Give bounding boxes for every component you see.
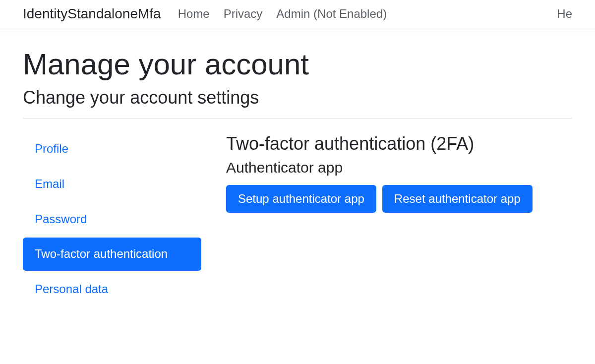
button-row: Setup authenticator app Reset authentica…: [226, 185, 572, 213]
sidebar-item-personal-data[interactable]: Personal data: [23, 273, 201, 306]
sidebar-item-email[interactable]: Email: [23, 168, 201, 201]
sidebar-item-label: Profile: [35, 142, 68, 155]
content-row: Profile Email Password Two-factor authen…: [23, 132, 572, 308]
brand[interactable]: IdentityStandaloneMfa: [23, 6, 161, 22]
page-container: Manage your account Change your account …: [0, 31, 595, 320]
section-title: Two-factor authentication (2FA): [226, 133, 572, 154]
nav-link-home[interactable]: Home: [178, 7, 210, 21]
section-subtitle: Authenticator app: [226, 159, 572, 176]
reset-authenticator-button[interactable]: Reset authenticator app: [382, 185, 533, 213]
nav-link-admin[interactable]: Admin (Not Enabled): [276, 7, 387, 21]
navbar: IdentityStandaloneMfa Home Privacy Admin…: [0, 0, 595, 31]
sidebar: Profile Email Password Two-factor authen…: [23, 132, 201, 308]
nav-link-privacy[interactable]: Privacy: [224, 7, 263, 21]
main-content: Two-factor authentication (2FA) Authenti…: [226, 132, 572, 308]
nav-link-right-partial[interactable]: He: [557, 7, 572, 21]
sidebar-item-two-factor[interactable]: Two-factor authentication: [23, 238, 201, 271]
sidebar-item-password[interactable]: Password: [23, 203, 201, 236]
page-subtitle: Change your account settings: [23, 87, 572, 108]
sidebar-item-label: Password: [35, 212, 87, 226]
setup-authenticator-button[interactable]: Setup authenticator app: [226, 185, 376, 213]
divider: [23, 118, 572, 119]
page-title: Manage your account: [23, 47, 572, 81]
sidebar-item-label: Personal data: [35, 282, 108, 296]
sidebar-item-label: Two-factor authentication: [35, 247, 168, 260]
sidebar-item-profile[interactable]: Profile: [23, 132, 201, 166]
sidebar-item-label: Email: [35, 177, 64, 190]
